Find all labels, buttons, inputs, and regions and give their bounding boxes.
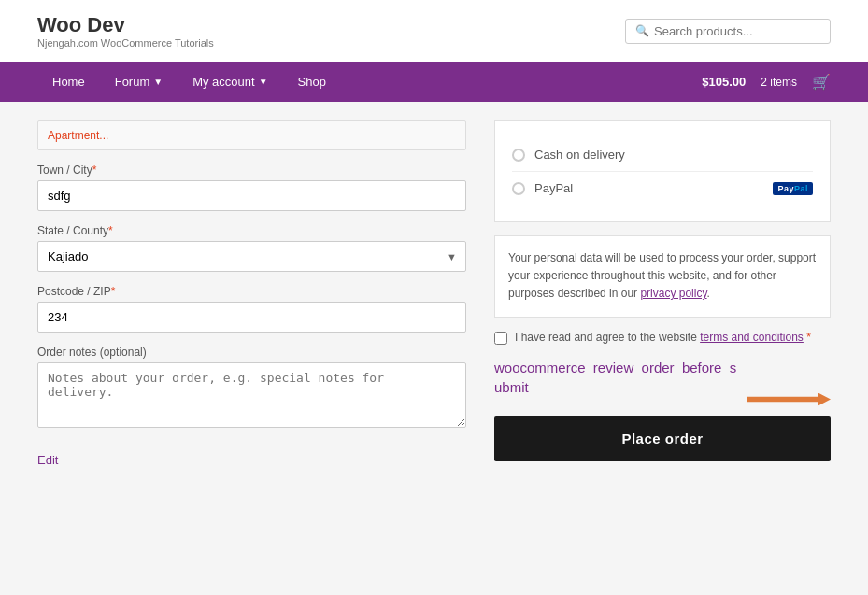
main-content: Apartment... Town / City* State / County…: [0, 102, 868, 504]
site-header: Woo Dev Njengah.com WooCommerce Tutorial…: [0, 0, 868, 62]
terms-row: I have read and agree to the website ter…: [494, 331, 831, 345]
payment-label-cod: Cash on delivery: [534, 148, 813, 162]
place-order-button[interactable]: Place order: [494, 416, 831, 461]
chevron-down-icon: ▼: [153, 77, 163, 87]
order-notes-label: Order notes (optional): [37, 346, 466, 359]
hook-text: woocommerce_review_order_before_submit: [494, 358, 737, 397]
edit-link[interactable]: Edit: [37, 453, 58, 467]
terms-checkbox[interactable]: [494, 332, 507, 345]
search-form[interactable]: 🔍: [625, 19, 831, 44]
privacy-policy-link[interactable]: privacy policy: [640, 287, 706, 300]
chevron-down-icon-2: ▼: [259, 77, 268, 87]
cart-items-count: 2 items: [761, 76, 797, 89]
state-county-select[interactable]: Kajiado: [37, 241, 466, 272]
radio-paypal[interactable]: [512, 182, 525, 195]
town-city-group: Town / City*: [37, 163, 466, 211]
nav-item-shop[interactable]: Shop: [283, 62, 341, 102]
payment-section: Cash on delivery PayPal PayPal: [494, 120, 831, 222]
terms-label: I have read and agree to the website ter…: [515, 331, 811, 344]
nav-left: Home Forum ▼ My account ▼ Shop: [37, 62, 341, 102]
nav-item-forum[interactable]: Forum ▼: [100, 62, 178, 102]
terms-link[interactable]: terms and conditions: [700, 331, 804, 344]
left-column: Apartment... Town / City* State / County…: [37, 120, 466, 467]
cart-icon[interactable]: 🛒: [812, 73, 831, 91]
required-marker-2: *: [108, 224, 113, 237]
nav-label-shop: Shop: [298, 75, 326, 89]
radio-cod[interactable]: [512, 149, 525, 162]
payment-option-cod[interactable]: Cash on delivery: [512, 138, 813, 172]
paypal-badge: PayPal: [773, 182, 813, 195]
state-county-select-wrap: Kajiado ▼: [37, 241, 466, 272]
payment-label-paypal: PayPal: [534, 181, 763, 195]
required-marker-terms: *: [804, 331, 811, 344]
postcode-label: Postcode / ZIP*: [37, 285, 466, 298]
cart-price: $105.00: [702, 75, 746, 89]
nav-label-forum: Forum: [115, 75, 150, 89]
site-description: Njengah.com WooCommerce Tutorials: [37, 37, 214, 49]
required-marker: *: [92, 163, 97, 177]
nav-right: $105.00 2 items 🛒: [702, 73, 831, 91]
right-column: Cash on delivery PayPal PayPal Your pers…: [494, 120, 831, 467]
orange-arrow-icon: [747, 393, 831, 406]
nav-label-home: Home: [52, 75, 85, 89]
payment-option-paypal[interactable]: PayPal PayPal: [512, 172, 813, 205]
hook-row: woocommerce_review_order_before_submit: [494, 358, 831, 406]
postcode-input[interactable]: [37, 302, 466, 333]
privacy-notice: Your personal data will be used to proce…: [494, 235, 831, 318]
nav-label-myaccount: My account: [192, 75, 254, 89]
state-county-label: State / County*: [37, 224, 466, 237]
site-nav: Home Forum ▼ My account ▼ Shop $105.00 2…: [0, 62, 868, 102]
site-title: Woo Dev: [37, 13, 214, 37]
town-city-input[interactable]: [37, 180, 466, 211]
nav-item-myaccount[interactable]: My account ▼: [178, 62, 282, 102]
required-marker-3: *: [111, 285, 116, 298]
search-input[interactable]: [654, 24, 820, 38]
state-county-group: State / County* Kajiado ▼: [37, 224, 466, 272]
search-icon: 🔍: [635, 24, 649, 37]
order-notes-textarea[interactable]: [37, 362, 466, 428]
apartment-partial: Apartment...: [37, 120, 466, 150]
site-branding: Woo Dev Njengah.com WooCommerce Tutorial…: [37, 13, 214, 49]
town-city-label: Town / City*: [37, 163, 466, 177]
nav-item-home[interactable]: Home: [37, 62, 100, 102]
order-notes-group: Order notes (optional): [37, 346, 466, 431]
postcode-group: Postcode / ZIP*: [37, 285, 466, 333]
